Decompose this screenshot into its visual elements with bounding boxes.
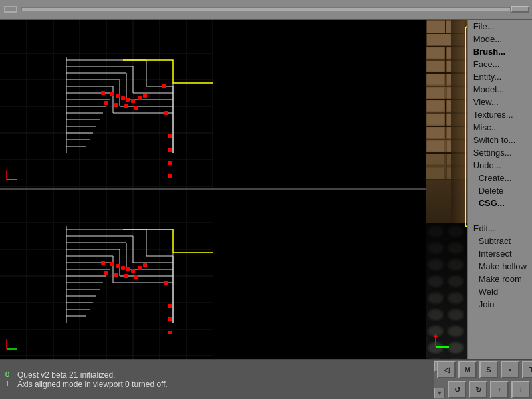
- menu-undo[interactable]: Undo...: [468, 159, 532, 172]
- menu-textures[interactable]: Textures...: [468, 108, 532, 121]
- top-bar: [0, 0, 532, 20]
- menu-delete[interactable]: Delete: [468, 184, 532, 197]
- menu-face[interactable]: Face...: [468, 58, 532, 70]
- red-dot: [114, 273, 118, 277]
- tool-m-button[interactable]: M: [458, 361, 477, 378]
- red-dot: [162, 84, 166, 88]
- red-dot: [121, 266, 125, 270]
- menu-model[interactable]: Model...: [468, 83, 532, 96]
- menu-mode[interactable]: Mode...: [468, 33, 532, 45]
- status-bar: 0 Quest v2 beta 21 initialized. 1 Axis a…: [0, 359, 532, 399]
- red-dot: [168, 134, 172, 138]
- status-line-1: 1 Axis aligned mode in viewport 0 turned…: [5, 380, 428, 389]
- menu-make-hollow[interactable]: Make hollow: [468, 260, 532, 273]
- red-dot: [101, 261, 105, 265]
- tool-down-button[interactable]: ↓: [511, 381, 530, 398]
- red-dot: [168, 174, 172, 178]
- red-dot: [168, 304, 172, 308]
- red-dot: [134, 106, 138, 110]
- scroll-down-button[interactable]: ▼: [434, 388, 445, 398]
- line-num-0: 0: [5, 370, 13, 380]
- red-dot: [124, 104, 128, 108]
- svg-marker-84: [446, 345, 449, 349]
- viewports-panel: [0, 20, 426, 359]
- toolbar-row-2: ↺ ↻ ↑ ↓: [448, 381, 530, 398]
- red-dot: [168, 161, 172, 165]
- viewport-bottom-2d[interactable]: [0, 190, 426, 359]
- menu-settings[interactable]: Settings...: [468, 146, 532, 159]
- red-dot: [131, 99, 135, 103]
- menu-misc[interactable]: Misc...: [468, 121, 532, 134]
- red-dot: [138, 96, 142, 100]
- viewport-3d[interactable]: [426, 20, 467, 359]
- menu-brush[interactable]: Brush...: [468, 45, 532, 58]
- menu-weld[interactable]: Weld: [468, 285, 532, 298]
- red-dot: [126, 98, 130, 102]
- red-dot: [104, 271, 108, 275]
- red-dot: [116, 264, 120, 268]
- bottom-toolbar: ◁ M S ▪ T ↺ ↻ ↑ ↓: [446, 360, 532, 399]
- red-dot: [116, 94, 120, 98]
- red-dot: [164, 111, 168, 115]
- menu-edit[interactable]: Edit...: [468, 222, 532, 235]
- menu-create[interactable]: Create...: [468, 172, 532, 184]
- status-line-0: 0 Quest v2 beta 21 initialized.: [5, 370, 428, 380]
- tool-select-button[interactable]: ◁: [437, 361, 456, 378]
- red-dot: [114, 103, 118, 107]
- menu-subtract[interactable]: Subtract: [468, 235, 532, 247]
- red-dot: [126, 267, 130, 271]
- texture-label: [21, 7, 511, 11]
- toolbar-row-1: ◁ M S ▪ T: [437, 361, 532, 378]
- menu-view[interactable]: View...: [468, 96, 532, 108]
- tool-s-button[interactable]: S: [479, 361, 498, 378]
- menu-panel: File... Mode... Brush... Face... Entity.…: [467, 20, 532, 359]
- menu-split[interactable]: Split...: [468, 209, 532, 222]
- tool-square-button[interactable]: ▪: [501, 361, 519, 378]
- red-dot: [110, 262, 114, 266]
- red-dot: [164, 281, 168, 285]
- red-dot: [131, 269, 135, 273]
- svg-marker-85: [434, 334, 438, 337]
- menu-entity[interactable]: Entity...: [468, 70, 532, 83]
- line-text-0: Quest v2 beta 21 initialized.: [17, 370, 115, 380]
- red-dot: [168, 148, 172, 152]
- red-dot: [121, 96, 125, 100]
- status-lines: 0 Quest v2 beta 21 initialized. 1 Axis a…: [0, 360, 434, 399]
- axis-indicator-3d: [432, 331, 452, 352]
- viewport-top-2d[interactable]: [0, 20, 426, 190]
- red-dot: [110, 92, 114, 96]
- brush-mode-button[interactable]: [511, 6, 529, 13]
- menu-switch-to[interactable]: Switch to...: [468, 134, 532, 146]
- quest-logo: [4, 6, 17, 13]
- tool-redo-button[interactable]: ↻: [469, 381, 487, 398]
- tool-up-button[interactable]: ↑: [490, 381, 509, 398]
- red-dot: [168, 317, 172, 321]
- red-dot: [124, 274, 128, 278]
- menu-csg[interactable]: CSG...: [468, 197, 532, 209]
- line-text-1: Axis aligned mode in viewport 0 turned o…: [17, 380, 168, 389]
- red-dot: [104, 101, 108, 105]
- main-area: File... Mode... Brush... Face... Entity.…: [0, 20, 532, 359]
- red-dot: [134, 275, 138, 279]
- menu-join[interactable]: Join: [468, 298, 532, 311]
- red-dot: [101, 91, 105, 95]
- menu-file[interactable]: File...: [468, 20, 532, 33]
- tool-t-button[interactable]: T: [522, 361, 532, 378]
- red-dot: [143, 94, 147, 98]
- red-dot: [143, 263, 147, 267]
- red-dot: [168, 331, 172, 334]
- menu-make-room[interactable]: Make room: [468, 273, 532, 285]
- menu-intersect[interactable]: Intersect: [468, 247, 532, 260]
- line-num-1: 1: [5, 380, 13, 389]
- red-dot: [138, 266, 142, 270]
- tool-undo-button[interactable]: ↺: [448, 381, 466, 398]
